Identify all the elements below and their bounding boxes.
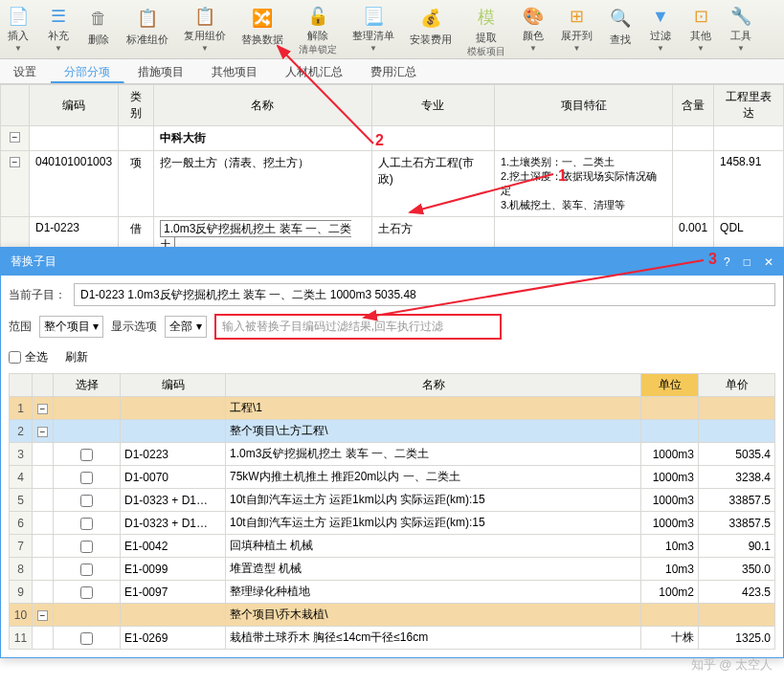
select-all-checkbox[interactable]: 全选 [9,349,48,365]
toolbar-查找[interactable]: 🔍查找 [604,4,637,55]
row-checkbox[interactable] [80,632,93,645]
dialog-titlebar: 替换子目 ? □ ✕ [1,248,783,276]
tab-分部分项[interactable]: 分部分项 [51,59,124,83]
section-tabs: 设置分部分项措施项目其他项目人材机汇总费用汇总 [0,59,784,84]
tab-人材机汇总[interactable]: 人材机汇总 [272,59,357,83]
row-checkbox[interactable] [80,449,93,461]
dialog-title-text: 替换子目 [11,254,56,270]
refresh-button[interactable]: 刷新 [57,347,96,367]
col-name: 名称 [226,374,641,397]
toolbar-解除[interactable]: 🔓解除清单锁定 [295,4,341,55]
help-icon[interactable]: ? [724,255,730,269]
replace-dialog: 替换子目 ? □ ✕ 当前子目： 范围 整个项目 ▾ 显示选项 全部 ▾ 输入被… [0,247,784,658]
maximize-icon[interactable]: □ [744,255,750,269]
expand-icon[interactable]: − [10,157,20,167]
list-item[interactable]: 11E1-0269栽植带土球乔木 胸径≤14cm干径≤16cm十株1325.0 [10,627,775,650]
expand-icon[interactable]: − [37,610,48,621]
list-item[interactable]: 10−整个项目\乔木栽植\ [10,604,775,627]
row-checkbox[interactable] [80,495,93,507]
col-select: 选择 [54,374,121,397]
scope-label: 范围 [9,319,32,335]
show-label: 显示选项 [111,319,157,335]
table-row[interactable]: −040101001003项挖一般土方（清表、挖土方）人工土石方工程(市政)1.… [1,151,784,217]
list-item[interactable]: 3D1-02231.0m3反铲挖掘机挖土 装车 一、二类土1000m35035.… [10,443,775,466]
list-item[interactable]: 9E1-0097整理绿化种植地100m2423.5 [10,581,775,604]
list-item[interactable]: 5D1-0323 + D1…10t自卸汽车运土方 运距1km以内 实际运距(km… [10,489,775,512]
sub-items-table: 选择 编码 名称 单位 单价 1−工程\12−整个项目\土方工程\3D1-022… [9,373,775,650]
row-checkbox[interactable] [80,518,93,530]
row-checkbox[interactable] [80,563,93,576]
tab-费用汇总[interactable]: 费用汇总 [357,59,431,83]
row-checkbox[interactable] [80,586,93,599]
tab-其他项目[interactable]: 其他项目 [198,59,272,83]
current-item-label: 当前子目： [9,287,66,303]
scope-select[interactable]: 整个项目 ▾ [39,316,103,338]
toolbar-删除[interactable]: 🗑删除 [82,4,115,55]
toolbar-补充[interactable]: ☰补充▼ [42,4,75,55]
col-unit: 单位 [641,374,699,397]
tab-设置[interactable]: 设置 [0,59,51,83]
close-icon[interactable]: ✕ [764,255,773,269]
col-price: 单价 [699,374,775,397]
list-item[interactable]: 7E1-0042回填种植土 机械10m390.1 [10,535,775,558]
list-item[interactable]: 2−整个项目\土方工程\ [10,420,775,443]
expand-icon[interactable]: − [10,132,20,143]
toolbar-其他[interactable]: ⊡其他▼ [684,4,717,55]
list-item[interactable]: 8E1-0099堆置造型 机械10m3350.0 [10,558,775,581]
toolbar-过滤[interactable]: ▼过滤▼ [644,4,677,55]
toolbar-展开到[interactable]: ⊞展开到▼ [557,4,596,55]
list-item[interactable]: 6D1-0323 + D1…10t自卸汽车运土方 运距1km以内 实际运距(km… [10,512,775,535]
current-item-input[interactable] [74,283,775,306]
row-checkbox[interactable] [80,472,93,484]
show-select[interactable]: 全部 ▾ [165,316,206,338]
toolbar-提取[interactable]: 模提取模板项目 [463,4,509,55]
expand-icon[interactable]: − [37,404,48,414]
toolbar-整理清单[interactable]: 📃整理清单▼ [348,4,398,55]
expand-icon[interactable]: − [37,427,48,437]
list-item[interactable]: 1−工程\1 [10,397,775,420]
toolbar-替换数据[interactable]: 🔀替换数据 [237,4,287,55]
list-item[interactable]: 4D1-007075kW内推土机推土 推距20m以内 一、二类土1000m332… [10,466,775,489]
toolbar-插入[interactable]: 📄插入▼ [2,4,34,55]
row-checkbox[interactable] [80,541,93,553]
main-toolbar: 📄插入▼☰补充▼🗑删除📋标准组价📋复用组价▼🔀替换数据🔓解除清单锁定📃整理清单▼… [0,0,784,59]
toolbar-工具[interactable]: 🔧工具▼ [725,4,757,55]
toolbar-复用组价[interactable]: 📋复用组价▼ [180,4,230,55]
filter-input[interactable]: 输入被替换子目编码过滤结果,回车执行过滤 [214,314,502,340]
table-row[interactable]: −中科大街 [1,126,784,151]
toolbar-安装费用[interactable]: 💰安装费用 [406,4,456,55]
watermark: 知乎 @ 太空人 [691,656,773,674]
toolbar-颜色[interactable]: 🎨颜色▼ [517,4,549,55]
col-code: 编码 [121,374,226,397]
toolbar-标准组价[interactable]: 📋标准组价 [123,4,172,55]
tab-措施项目[interactable]: 措施项目 [124,59,198,83]
